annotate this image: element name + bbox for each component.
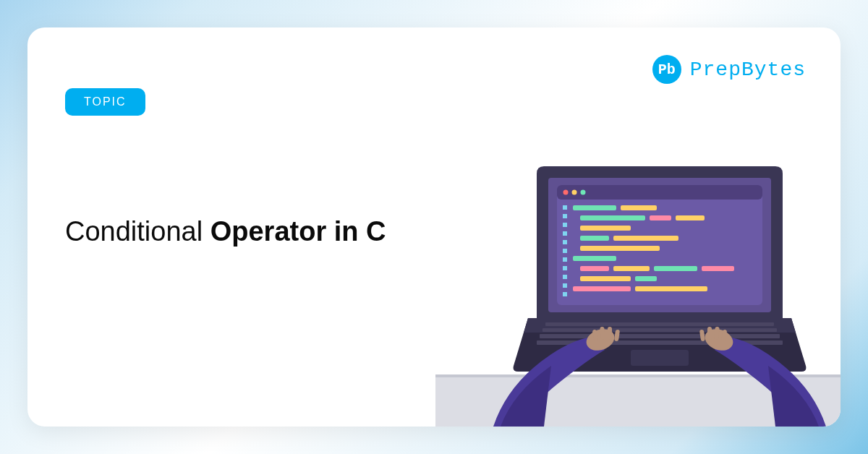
svg-rect-8 (563, 249, 567, 253)
svg-rect-32 (545, 322, 774, 326)
svg-rect-3 (563, 205, 567, 210)
brand-logo-text: Pb (658, 61, 676, 78)
svg-rect-34 (540, 334, 780, 338)
svg-rect-17 (650, 215, 671, 220)
svg-rect-25 (613, 266, 650, 271)
svg-rect-31 (635, 286, 707, 291)
svg-rect-23 (573, 256, 616, 261)
svg-rect-9 (563, 257, 567, 262)
svg-rect-40 (608, 327, 612, 340)
svg-rect-2 (557, 185, 762, 200)
svg-rect-4 (563, 214, 567, 218)
svg-rect-36 (631, 350, 689, 366)
svg-rect-15 (621, 205, 657, 210)
svg-rect-6 (563, 231, 567, 236)
svg-rect-16 (580, 215, 645, 220)
window-close-icon (563, 190, 569, 195)
brand-logo-icon: Pb (652, 55, 681, 84)
svg-rect-5 (563, 223, 567, 227)
svg-rect-24 (580, 266, 609, 271)
title-light: Conditional (65, 216, 210, 247)
brand-name: PrepBytes (690, 59, 806, 81)
page-title: Conditional Operator in C (65, 214, 386, 249)
svg-rect-45 (707, 327, 712, 340)
svg-rect-30 (573, 286, 631, 291)
svg-rect-10 (563, 266, 567, 270)
svg-rect-28 (580, 276, 631, 281)
svg-rect-7 (563, 240, 567, 244)
svg-rect-14 (573, 205, 616, 210)
svg-rect-18 (676, 215, 705, 220)
svg-rect-22 (580, 246, 660, 251)
svg-rect-11 (563, 275, 567, 279)
svg-rect-33 (542, 328, 777, 332)
brand: Pb PrepBytes (652, 55, 806, 84)
window-maximize-icon (581, 190, 586, 195)
svg-rect-27 (702, 266, 734, 271)
window-minimize-icon (572, 190, 577, 195)
svg-rect-13 (563, 292, 567, 296)
topic-badge-label: TOPIC (84, 95, 127, 108)
topic-badge: TOPIC (65, 88, 145, 116)
svg-rect-20 (580, 236, 609, 241)
laptop-icon (514, 166, 807, 372)
laptop-illustration (435, 137, 841, 427)
svg-rect-29 (635, 276, 657, 281)
svg-rect-21 (613, 236, 678, 241)
svg-rect-19 (580, 226, 631, 231)
svg-rect-26 (654, 266, 697, 271)
content-card: TOPIC Conditional Operator in C Pb PrepB… (27, 27, 841, 427)
svg-rect-12 (563, 283, 567, 288)
title-bold: Operator in C (210, 216, 386, 247)
